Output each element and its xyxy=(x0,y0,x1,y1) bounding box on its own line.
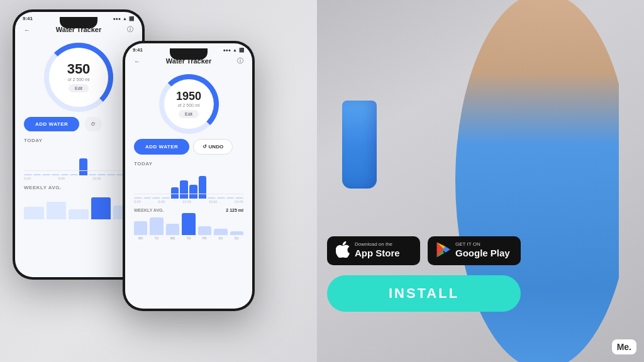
add-water-button-front[interactable]: ADD WATER xyxy=(134,139,189,155)
phone-front: 9:41 ●●● ▲ ⬛ ← Water Tracker ⓘ 1950 of 2… xyxy=(123,41,255,311)
fbar-3 xyxy=(152,197,160,199)
bar-7 xyxy=(79,158,87,175)
fweek-mo: MO xyxy=(134,221,147,240)
me-badge: Me. xyxy=(612,339,636,354)
fbar-10 xyxy=(217,197,225,199)
google-play-text: GET IT ON Google Play xyxy=(455,242,510,260)
water-ring-front: 1950 of 2 500 ml Edit xyxy=(159,74,219,134)
water-unit-back: of 2 500 ml xyxy=(68,77,90,82)
add-water-button-back[interactable]: ADD WATER xyxy=(24,117,79,131)
chart-labels-back: 0:00 6:00 12:00 16: xyxy=(24,177,133,180)
weekly-header-front: WEEKLY AVG. 2 125 ml xyxy=(134,208,243,212)
phone-back-notch xyxy=(60,17,97,28)
info-icon-front: ⓘ xyxy=(237,57,243,65)
fweek-we: WE xyxy=(166,224,179,240)
fweek-su: SU xyxy=(230,231,243,240)
bar-10 xyxy=(107,174,115,175)
week-bar-mo xyxy=(24,207,44,219)
chart-bars-front xyxy=(134,170,243,199)
chart-bars-back xyxy=(24,147,133,175)
bar-5 xyxy=(61,174,69,175)
chart-line-front xyxy=(134,194,243,194)
weekly-bars-back xyxy=(24,194,133,219)
bar-1 xyxy=(24,174,32,175)
water-amount-front: 1950 xyxy=(176,90,201,102)
google-play-button[interactable]: GET IT ON Google Play xyxy=(428,236,521,265)
undo-button-front[interactable]: ↺ UNDO xyxy=(193,139,233,155)
chart-labels-front: 0:05 6:00 12:00 18:00 24:05 xyxy=(134,200,243,204)
fbar-5 xyxy=(171,187,179,199)
btn-row-front: ADD WATER ↺ UNDO xyxy=(125,139,252,155)
water-amount-back: 350 xyxy=(67,62,91,76)
weekly-label-front: WEEKLY AVG. xyxy=(134,208,164,212)
bar-3 xyxy=(42,174,50,175)
edit-button-front[interactable]: Edit xyxy=(179,110,199,118)
water-unit-front: of 2 500 ml xyxy=(178,103,200,107)
fbar-9 xyxy=(208,197,216,199)
weekly-bars-front: MO TU WE TH xyxy=(134,215,243,240)
fweek-fr: FR xyxy=(198,226,211,240)
cta-section: Download on the App Store GET IT ON Goog… xyxy=(327,236,521,312)
bar-8 xyxy=(89,174,97,175)
app-store-text: Download on the App Store xyxy=(355,242,400,260)
fbar-6 xyxy=(180,180,188,199)
water-ring-back: 350 of 2 500 ml Edit xyxy=(44,43,113,112)
time-front: 9:41 xyxy=(133,47,143,53)
fbar-8 xyxy=(199,176,207,199)
bar-6 xyxy=(70,174,78,175)
google-play-small: GET IT ON xyxy=(455,242,510,247)
phone-front-notch xyxy=(170,48,208,60)
time-back: 9:41 xyxy=(23,16,33,21)
status-icons-back: ●●● ▲ ⬛ xyxy=(113,16,135,21)
apple-icon xyxy=(336,241,350,260)
weekly-amount-front: 2 125 ml xyxy=(226,208,243,212)
fweek-tu: TU xyxy=(150,217,163,240)
fbar-2 xyxy=(143,197,152,199)
fbar-4 xyxy=(162,197,170,199)
week-bar-we xyxy=(69,209,89,219)
app-store-small: Download on the xyxy=(355,242,400,247)
app-store-button[interactable]: Download on the App Store xyxy=(327,236,420,265)
info-icon-back: ⓘ xyxy=(127,25,133,34)
bar-2 xyxy=(33,174,42,175)
chart-line-back xyxy=(24,170,133,171)
install-button[interactable]: INSTALL xyxy=(327,275,521,312)
water-circle-front: 1950 of 2 500 ml Edit xyxy=(125,74,252,134)
bar-9 xyxy=(97,174,106,175)
back-arrow-icon-front: ← xyxy=(134,58,140,65)
app-store-large: App Store xyxy=(355,247,400,260)
google-play-icon xyxy=(436,242,450,260)
fbar-7 xyxy=(189,185,197,199)
weekly-section-front: WEEKLY AVG. 2 125 ml MO TU WE xyxy=(125,206,252,243)
week-bar-tu xyxy=(47,202,67,219)
chart-area-front: 0:05 6:00 12:00 18:00 24:05 xyxy=(125,168,252,206)
fbar-1 xyxy=(134,197,142,199)
fbar-12 xyxy=(235,197,243,199)
week-bar-th xyxy=(91,197,111,219)
bar-4 xyxy=(52,174,60,175)
store-buttons: Download on the App Store GET IT ON Goog… xyxy=(327,236,521,265)
fweek-sa: SA xyxy=(214,229,227,240)
back-arrow-icon: ← xyxy=(24,26,30,33)
history-btn-back[interactable]: ⏱ xyxy=(84,117,102,131)
today-label-front: TODAY xyxy=(125,158,252,168)
fbar-11 xyxy=(226,197,235,199)
edit-button-back[interactable]: Edit xyxy=(69,84,89,92)
phone-front-screen: 9:41 ●●● ▲ ⬛ ← Water Tracker ⓘ 1950 of 2… xyxy=(125,43,252,309)
status-icons-front: ●●● ▲ ⬛ xyxy=(223,48,245,53)
phones-area: 9:41 ●●● ▲ ⬛ ← Water Tracker ⓘ 350 of 2 … xyxy=(0,0,314,362)
fweek-th: TH xyxy=(182,213,195,240)
google-play-large: Google Play xyxy=(455,247,510,260)
